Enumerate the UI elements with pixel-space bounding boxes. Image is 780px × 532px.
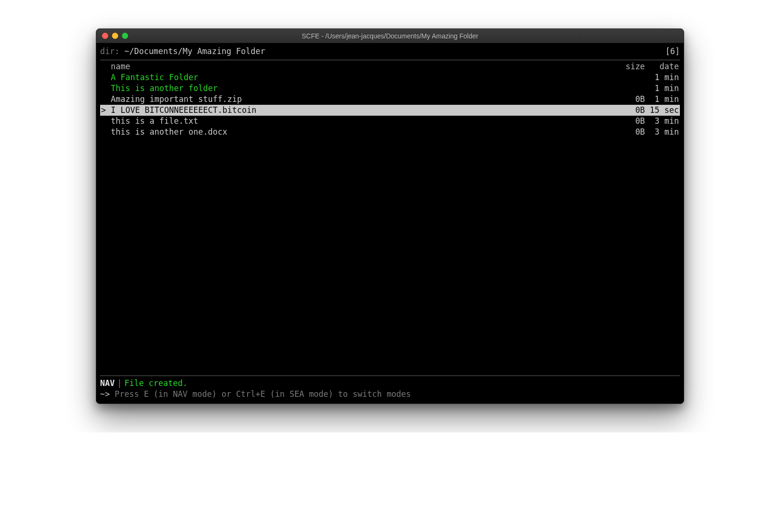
entry-date: 15 sec xyxy=(645,105,679,116)
cursor-marker xyxy=(101,116,111,127)
zoom-icon[interactable] xyxy=(122,33,128,39)
entry-size: 0B xyxy=(616,127,645,138)
entry-size xyxy=(616,72,645,83)
dir-label: dir: xyxy=(100,46,120,56)
list-item[interactable]: this is a file.txt0B3 min xyxy=(100,116,680,127)
entry-date: 1 min xyxy=(645,83,679,94)
entry-date: 1 min xyxy=(645,72,679,83)
column-name: name xyxy=(111,61,615,72)
list-item[interactable]: > I LOVE BITCONNEEEEEECT.bitcoin0B15 sec xyxy=(100,105,680,116)
minimize-icon[interactable] xyxy=(112,33,118,39)
close-icon[interactable] xyxy=(102,33,108,39)
cursor-gutter xyxy=(101,61,111,72)
status-line: NAV | File created. xyxy=(100,378,680,389)
list-item[interactable]: this is another one.docx0B3 min xyxy=(100,127,680,138)
entry-date: 3 min xyxy=(645,116,679,127)
entry-name: this is a file.txt xyxy=(111,116,615,127)
entry-size: 0B xyxy=(616,116,645,127)
divider-top xyxy=(100,60,680,60)
file-list[interactable]: name size date A Fantastic Folder1 min T… xyxy=(100,61,680,374)
list-item[interactable]: Amazing important stuff.zip0B1 min xyxy=(100,94,680,105)
dir-line: dir: ~/Documents/My Amazing Folder [6] xyxy=(100,46,680,57)
cursor-marker: > xyxy=(101,105,111,116)
entry-name: I LOVE BITCONNEEEEEECT.bitcoin xyxy=(111,105,615,116)
titlebar[interactable]: SCFE - /Users/jean-jacques/Documents/My … xyxy=(96,29,684,43)
status-message: File created. xyxy=(124,378,187,389)
cursor-marker xyxy=(101,94,111,105)
entry-date: 1 min xyxy=(645,94,679,105)
window-title: SCFE - /Users/jean-jacques/Documents/My … xyxy=(96,32,684,40)
entry-name: Amazing important stuff.zip xyxy=(111,94,615,105)
column-size: size xyxy=(616,61,645,72)
column-date: date xyxy=(645,61,679,72)
entry-size: 0B xyxy=(616,94,645,105)
terminal-body[interactable]: dir: ~/Documents/My Amazing Folder [6] n… xyxy=(96,43,684,404)
list-item[interactable]: This is another folder1 min xyxy=(100,83,680,94)
entry-name: this is another one.docx xyxy=(111,127,615,138)
dir-count: [6] xyxy=(665,46,680,57)
status-bar: NAV | File created. ~> Press E (in NAV m… xyxy=(100,376,680,400)
list-item[interactable]: A Fantastic Folder1 min xyxy=(100,72,680,83)
mode-indicator: NAV xyxy=(100,378,115,389)
entry-date: 3 min xyxy=(645,127,679,138)
prompt-hint: Press E (in NAV mode) or Ctrl+E (in SEA … xyxy=(115,389,411,399)
cursor-marker xyxy=(101,127,111,138)
cursor-marker xyxy=(101,72,111,83)
entry-name: A Fantastic Folder xyxy=(111,72,615,83)
prompt-symbol: ~> xyxy=(100,389,110,399)
terminal-window: SCFE - /Users/jean-jacques/Documents/My … xyxy=(96,28,684,404)
status-separator: | xyxy=(117,378,122,389)
traffic-lights xyxy=(96,33,128,39)
prompt-line[interactable]: ~> Press E (in NAV mode) or Ctrl+E (in S… xyxy=(100,389,680,400)
dir-path: ~/Documents/My Amazing Folder xyxy=(124,46,265,56)
entry-size: 0B xyxy=(616,105,645,116)
cursor-marker xyxy=(101,83,111,94)
column-header-row: name size date xyxy=(100,61,680,72)
entry-name: This is another folder xyxy=(111,83,615,94)
entry-size xyxy=(616,83,645,94)
